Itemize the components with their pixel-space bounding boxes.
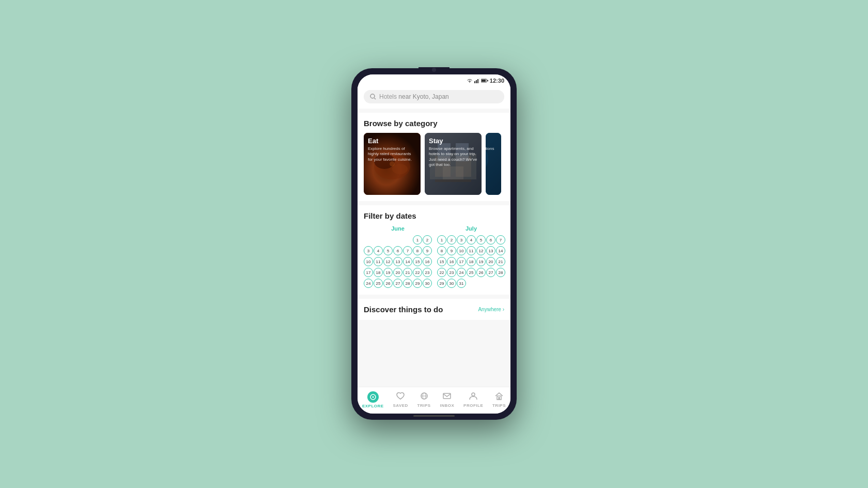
july-empty <box>486 279 495 288</box>
nav-trips2[interactable]: TRIPS <box>489 391 509 409</box>
discover-title: Discover things to do <box>364 305 443 314</box>
july-day-31[interactable]: 31 <box>457 279 466 288</box>
june-day-4[interactable]: 4 <box>374 246 383 255</box>
july-day-6[interactable]: 6 <box>486 235 495 245</box>
june-day-13[interactable]: 13 <box>393 257 402 266</box>
nav-trips[interactable]: TRIPS <box>414 391 434 409</box>
trips-label: TRIPS <box>417 403 431 408</box>
july-day-8[interactable]: 8 <box>437 246 446 255</box>
discover-header: Discover things to do Anywhere › <box>364 305 504 314</box>
july-day-4[interactable]: 4 <box>467 235 476 245</box>
search-bar[interactable]: Hotels near Kyoto, Japan <box>364 90 504 103</box>
july-day-5[interactable]: 5 <box>476 235 486 245</box>
june-day-5[interactable]: 5 <box>383 246 393 255</box>
june-day-23[interactable]: 23 <box>423 268 432 277</box>
july-day-22[interactable]: 22 <box>437 268 446 277</box>
home-icon <box>494 392 504 402</box>
june-day-29[interactable]: 29 <box>413 279 422 288</box>
explore-icon-circle <box>367 391 379 403</box>
july-day-10[interactable]: 10 <box>457 246 466 255</box>
explore-icon <box>369 393 377 401</box>
june-day-empty <box>383 235 393 245</box>
july-day-12[interactable]: 12 <box>476 246 486 255</box>
search-bar-container: Hotels near Kyoto, Japan <box>358 86 510 109</box>
svg-line-8 <box>375 98 376 100</box>
july-day-9[interactable]: 9 <box>447 246 456 255</box>
category-card-stay[interactable]: Stay Browse apartments, and hotels to st… <box>425 133 482 195</box>
july-day-7[interactable]: 7 <box>496 235 505 245</box>
house-icon <box>494 392 504 400</box>
camera-lens <box>432 68 436 72</box>
entertain-overlay: Ent Find events, destinations and more..… <box>486 133 501 195</box>
category-card-eat[interactable]: Eat Explore hundreds of highly rated res… <box>364 133 421 195</box>
june-day-19[interactable]: 19 <box>383 268 393 277</box>
june-day-28[interactable]: 28 <box>403 279 412 288</box>
svg-rect-0 <box>474 81 475 83</box>
screen-content: Hotels near Kyoto, Japan Browse by categ… <box>358 86 510 387</box>
july-day-3[interactable]: 3 <box>457 235 466 245</box>
july-day-13[interactable]: 13 <box>486 246 495 255</box>
june-day-22[interactable]: 22 <box>413 268 422 277</box>
june-day-16[interactable]: 16 <box>423 257 432 266</box>
june-day-6[interactable]: 6 <box>393 246 402 255</box>
july-day-16[interactable]: 16 <box>447 257 456 266</box>
nav-profile[interactable]: PROFILE <box>460 391 486 409</box>
june-day-27[interactable]: 27 <box>393 279 402 288</box>
july-day-23[interactable]: 23 <box>447 268 456 277</box>
june-day-7[interactable]: 7 <box>403 246 412 255</box>
svg-point-7 <box>370 94 375 98</box>
battery-icon <box>481 79 488 83</box>
june-day-11[interactable]: 11 <box>374 257 383 266</box>
july-day-19[interactable]: 19 <box>476 257 486 266</box>
saved-label: SAVED <box>393 403 408 408</box>
july-label: July <box>437 225 505 232</box>
july-day-1[interactable]: 1 <box>437 235 446 245</box>
july-day-26[interactable]: 26 <box>476 268 486 277</box>
june-day-20[interactable]: 20 <box>393 268 402 277</box>
june-day-26[interactable]: 26 <box>383 279 393 288</box>
june-day-30[interactable]: 30 <box>423 279 432 288</box>
inbox-label: INBOX <box>440 403 454 408</box>
june-day-8[interactable]: 8 <box>413 246 422 255</box>
july-day-14[interactable]: 14 <box>496 246 505 255</box>
july-day-15[interactable]: 15 <box>437 257 446 266</box>
july-day-28[interactable]: 28 <box>496 268 505 277</box>
svg-rect-29 <box>443 393 451 399</box>
july-day-11[interactable]: 11 <box>467 246 476 255</box>
nav-inbox[interactable]: INBOX <box>437 391 457 409</box>
june-day-12[interactable]: 12 <box>383 257 393 266</box>
phone-screen: 12:30 Hotels near Kyoto, Japan B <box>358 74 510 414</box>
eat-overlay: Eat Explore hundreds of highly rated res… <box>364 133 421 195</box>
nav-saved[interactable]: SAVED <box>390 391 411 409</box>
discover-anywhere-link[interactable]: Anywhere › <box>478 307 504 312</box>
july-day-2[interactable]: 2 <box>447 235 456 245</box>
june-day-24[interactable]: 24 <box>364 279 373 288</box>
june-day-15[interactable]: 15 <box>413 257 422 266</box>
june-day-17[interactable]: 17 <box>364 268 373 277</box>
nav-explore[interactable]: EXPLORE <box>359 390 387 409</box>
search-placeholder: Hotels near Kyoto, Japan <box>379 93 449 100</box>
june-day-21[interactable]: 21 <box>403 268 412 277</box>
june-day-2[interactable]: 2 <box>423 235 432 245</box>
june-day-1[interactable]: 1 <box>413 235 422 245</box>
browse-title: Browse by category <box>364 119 504 128</box>
july-day-30[interactable]: 30 <box>447 279 456 288</box>
june-day-empty <box>374 235 383 245</box>
june-day-3[interactable]: 3 <box>364 246 373 255</box>
bottom-nav: EXPLORE SAVED <box>358 387 510 414</box>
category-card-entertain[interactable]: Ent Find events, destinations and more..… <box>486 133 501 195</box>
july-day-27[interactable]: 27 <box>486 268 495 277</box>
june-day-10[interactable]: 10 <box>364 257 373 266</box>
june-day-18[interactable]: 18 <box>374 268 383 277</box>
june-day-14[interactable]: 14 <box>403 257 412 266</box>
july-day-29[interactable]: 29 <box>437 279 446 288</box>
june-day-9[interactable]: 9 <box>423 246 432 255</box>
july-day-20[interactable]: 20 <box>486 257 495 266</box>
june-label: June <box>364 225 432 232</box>
july-day-25[interactable]: 25 <box>467 268 476 277</box>
june-day-25[interactable]: 25 <box>374 279 383 288</box>
july-day-17[interactable]: 17 <box>457 257 466 266</box>
july-day-21[interactable]: 21 <box>496 257 505 266</box>
july-day-24[interactable]: 24 <box>457 268 466 277</box>
july-day-18[interactable]: 18 <box>467 257 476 266</box>
